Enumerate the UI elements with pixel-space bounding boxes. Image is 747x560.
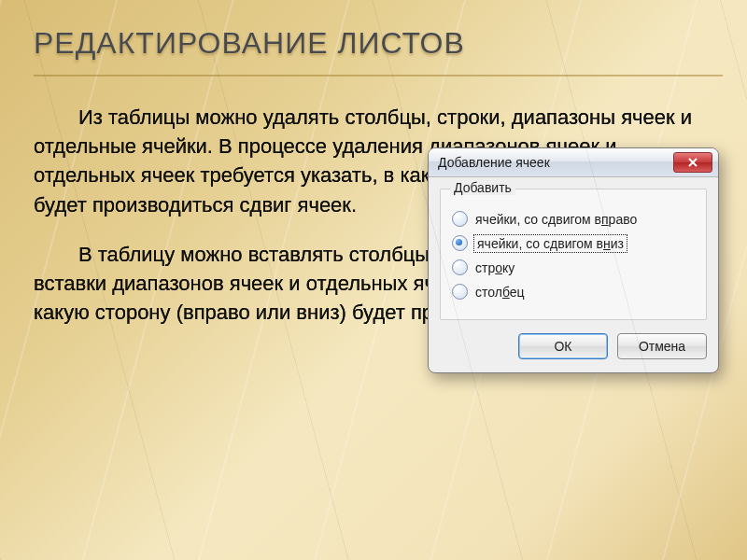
option-shift-right-label: ячейки, со сдвигом вправо (475, 212, 637, 227)
cancel-button[interactable]: Отмена (617, 333, 707, 359)
dialog-titlebar[interactable]: Добавление ячеек (429, 148, 718, 177)
close-button[interactable] (673, 152, 712, 173)
dialog-title: Добавление ячеек (438, 155, 673, 170)
option-shift-down[interactable]: ячейки, со сдвигом вниз (452, 235, 695, 251)
group-legend: Добавить (450, 180, 515, 195)
option-column-label: столбец (475, 285, 525, 300)
ok-button[interactable]: ОК (518, 333, 608, 359)
add-group: Добавить ячейки, со сдвигом вправо ячейк… (440, 189, 707, 320)
dialog-buttons: ОК Отмена (429, 328, 718, 372)
title-rule (34, 75, 723, 77)
option-shift-down-label: ячейки, со сдвигом вниз (475, 236, 626, 251)
page-title: РЕДАКТИРОВАНИЕ ЛИСТОВ (34, 26, 713, 61)
insert-cells-dialog: Добавление ячеек Добавить ячейки, со сдв… (428, 147, 719, 373)
option-row-label: строку (475, 260, 514, 275)
radio-icon (452, 284, 468, 300)
close-icon (687, 158, 698, 167)
option-column[interactable]: столбец (452, 284, 695, 300)
radio-icon (452, 211, 468, 227)
option-shift-right[interactable]: ячейки, со сдвигом вправо (452, 211, 695, 227)
radio-icon (452, 235, 468, 251)
radio-icon (452, 259, 468, 275)
option-row[interactable]: строку (452, 259, 695, 275)
